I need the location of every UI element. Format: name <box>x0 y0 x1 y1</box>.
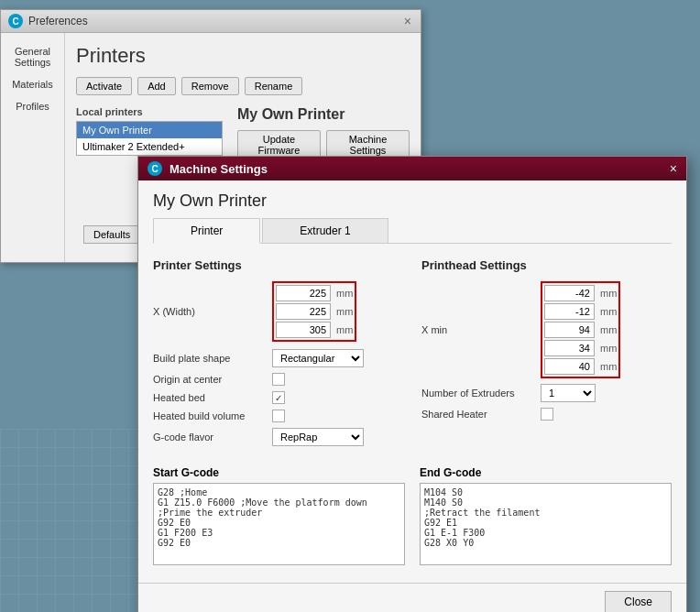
printhead-settings-col: Printhead Settings X min mm mm mm <box>421 258 672 452</box>
xyz-input-group: mm mm mm <box>272 281 356 342</box>
num-extruders-select[interactable]: 1 2 <box>541 384 596 402</box>
num-extruders-label: Number of Extruders <box>421 388 541 399</box>
x-width-input[interactable] <box>276 285 331 301</box>
shared-heater-row: Shared Heater <box>421 408 672 421</box>
x-max-unit: mm <box>600 324 617 335</box>
z-height-unit: mm <box>336 324 353 335</box>
x-min-row: X min mm mm mm <box>421 281 672 378</box>
y-depth-unit: mm <box>336 306 353 317</box>
machine-cura-logo-icon: C <box>148 161 162 176</box>
defaults-button[interactable]: Defaults <box>83 225 140 244</box>
gcode-section: Start G-code G28 ;Home G1 Z15.0 F6000 ;M… <box>138 466 686 583</box>
machine-titlebar: C Machine Settings × <box>138 157 686 180</box>
printer-settings-col: Printer Settings X (Width) mm mm mm <box>153 258 403 452</box>
preferences-close-button[interactable]: × <box>402 14 413 28</box>
origin-at-center-checkbox[interactable] <box>272 373 285 386</box>
y-min-unit: mm <box>600 306 617 317</box>
sidebar-item-profiles[interactable]: Profiles <box>1 95 64 117</box>
heated-bed-label: Heated bed <box>153 392 272 403</box>
heated-build-volume-row: Heated build volume <box>153 410 403 422</box>
gcode-flavor-row: G-code flavor RepRap UltiGCode <box>153 428 403 446</box>
printers-toolbar: Activate Add Remove Rename <box>76 77 410 95</box>
activate-button[interactable]: Activate <box>76 77 132 95</box>
printers-heading: Printers <box>76 44 410 68</box>
printer-list-container: Local printers My Own Printer Ultimaker … <box>76 106 223 159</box>
cura-logo-icon: C <box>8 14 23 28</box>
machine-tabs: Printer Extruder 1 <box>153 218 672 244</box>
sidebar-item-general-settings[interactable]: GeneralSettings <box>1 40 64 73</box>
machine-settings-title: Machine Settings <box>170 162 268 176</box>
machine-close-button[interactable]: × <box>670 161 677 176</box>
x-max-input[interactable] <box>544 322 595 338</box>
add-button[interactable]: Add <box>137 77 176 95</box>
preferences-sidebar: GeneralSettings Materials Profiles <box>1 33 65 262</box>
build-plate-shape-label: Build plate shape <box>153 353 272 364</box>
preferences-titlebar: C Preferences × <box>1 10 421 33</box>
heated-build-volume-checkbox[interactable] <box>272 410 285 422</box>
x-width-label: X (Width) <box>153 306 272 317</box>
x-min-unit: mm <box>600 288 617 299</box>
tab-extruder-1[interactable]: Extruder 1 <box>262 218 388 243</box>
printer-list-item-0[interactable]: My Own Printer <box>77 122 222 138</box>
heated-bed-checkbox[interactable] <box>272 391 285 404</box>
printer-list: My Own Printer Ultimaker 2 Extended+ <box>76 121 223 156</box>
heated-bed-row: Heated bed <box>153 391 403 404</box>
build-plate-shape-row: Build plate shape Rectangular Elliptic <box>153 349 403 367</box>
y-min-input[interactable] <box>544 303 595 320</box>
gantry-height-unit: mm <box>600 361 617 372</box>
start-gcode-title: Start G-code <box>153 466 405 479</box>
x-min-label: X min <box>421 324 541 335</box>
end-gcode-title: End G-code <box>420 466 672 479</box>
machine-close-action-button[interactable]: Close <box>605 591 672 612</box>
x-width-row: X (Width) mm mm mm <box>153 281 403 342</box>
x-width-unit: mm <box>336 288 353 299</box>
machine-settings-window: C Machine Settings × My Own Printer Prin… <box>137 156 687 612</box>
origin-at-center-label: Origin at center <box>153 374 272 385</box>
y-max-unit: mm <box>600 343 617 354</box>
machine-printer-name: My Own Printer <box>138 180 686 218</box>
rename-button[interactable]: Rename <box>245 77 303 95</box>
num-extruders-row: Number of Extruders 1 2 <box>421 384 672 402</box>
heated-build-volume-label: Heated build volume <box>153 410 272 421</box>
gantry-height-input[interactable] <box>544 358 595 375</box>
end-gcode-col: End G-code M104 S0 M140 S0 ;Retract the … <box>420 466 672 568</box>
end-gcode-textarea[interactable]: M104 S0 M140 S0 ;Retract the filament G9… <box>420 483 672 565</box>
gcode-flavor-select[interactable]: RepRap UltiGCode <box>272 428 364 446</box>
remove-button[interactable]: Remove <box>181 77 239 95</box>
start-gcode-textarea[interactable]: G28 ;Home G1 Z15.0 F6000 ;Move the platf… <box>153 483 405 565</box>
printhead-settings-title: Printhead Settings <box>421 258 672 272</box>
shared-heater-label: Shared Heater <box>421 409 541 420</box>
machine-body: Printer Settings X (Width) mm mm mm <box>138 244 686 466</box>
shared-heater-checkbox[interactable] <box>541 408 553 421</box>
printer-detail: My Own Printer Update Firmware Machine S… <box>237 106 410 159</box>
printer-settings-title: Printer Settings <box>153 258 403 272</box>
local-printers-label: Local printers <box>76 106 223 117</box>
selected-printer-name: My Own Printer <box>237 106 410 123</box>
sidebar-item-materials[interactable]: Materials <box>1 73 64 95</box>
tab-printer[interactable]: Printer <box>153 218 260 244</box>
y-max-input[interactable] <box>544 340 595 356</box>
z-height-input[interactable] <box>276 322 331 338</box>
machine-footer: Close <box>138 583 686 612</box>
start-gcode-col: Start G-code G28 ;Home G1 Z15.0 F6000 ;M… <box>153 466 405 568</box>
origin-at-center-row: Origin at center <box>153 373 403 386</box>
y-depth-input[interactable] <box>276 303 331 320</box>
printer-list-item-1[interactable]: Ultimaker 2 Extended+ <box>77 138 222 155</box>
build-plate-shape-select[interactable]: Rectangular Elliptic <box>272 349 364 367</box>
x-min-input[interactable] <box>544 285 595 301</box>
printhead-input-group: mm mm mm mm <box>541 281 620 378</box>
printers-section: Local printers My Own Printer Ultimaker … <box>76 106 410 159</box>
preferences-title: Preferences <box>28 15 88 27</box>
gcode-flavor-label: G-code flavor <box>153 432 272 443</box>
